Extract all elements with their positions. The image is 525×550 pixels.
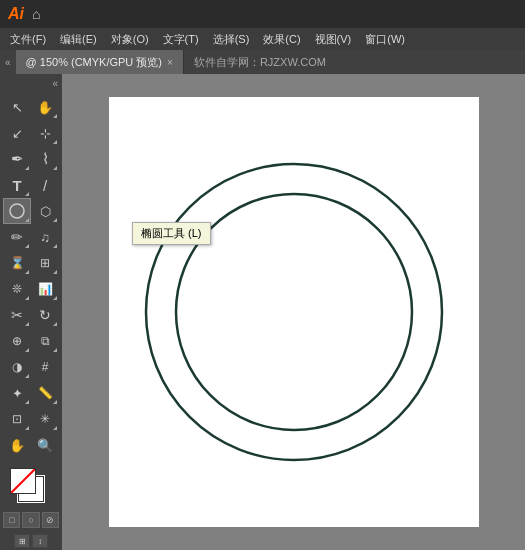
grid-tool-button[interactable]: ⊞ — [31, 250, 59, 276]
direct-select-button[interactable]: ↙ — [3, 120, 31, 146]
canvas-area[interactable]: 椭圆工具 (L) — [62, 74, 525, 550]
blend-tool-button[interactable]: ⧉ — [31, 328, 59, 354]
toolbar-collapse-button[interactable]: « — [52, 78, 58, 89]
title-bar: Ai ⌂ — [0, 0, 525, 28]
home-icon[interactable]: ⌂ — [32, 6, 40, 22]
menu-window[interactable]: 窗口(W) — [359, 30, 411, 49]
lasso-tool-button[interactable]: ⊹ — [31, 120, 59, 146]
graph-tool-button[interactable]: 📊 — [31, 276, 59, 302]
svg-point-0 — [10, 204, 24, 218]
menu-file[interactable]: 文件(F) — [4, 30, 52, 49]
website-label: 软件自学网：RJZXW.COM — [184, 55, 336, 70]
menu-text[interactable]: 文字(T) — [157, 30, 205, 49]
puppet-warp-button[interactable]: ✳ — [31, 406, 59, 432]
symbol-sprayer-button[interactable]: ❊ — [3, 276, 31, 302]
scale-tool-button[interactable]: ⊕ — [3, 328, 31, 354]
text-tool-button[interactable]: T — [3, 172, 31, 198]
active-tab[interactable]: @ 150% (CMYK/GPU 预览) × — [16, 50, 184, 74]
main-area: « ↖ ✋ ↙ ⊹ ✒ ⌇ T / ⬡ ✏ ♫ ⌛ ⊞ — [0, 74, 525, 550]
rotate-tool-button[interactable]: ↻ — [31, 302, 59, 328]
hand-tool-button[interactable]: ✋ — [3, 432, 31, 458]
artboard-tool-button[interactable]: ✋ — [31, 94, 59, 120]
circles-svg — [134, 152, 454, 472]
color-swatches — [10, 468, 52, 506]
menu-edit[interactable]: 编辑(E) — [54, 30, 103, 49]
tab-collapse-button[interactable]: « — [0, 57, 16, 68]
mode-icons-row: □ ○ ⊘ — [0, 510, 62, 530]
menu-view[interactable]: 视图(V) — [309, 30, 358, 49]
blob-brush-button[interactable]: ⌛ — [3, 250, 31, 276]
tab-close-button[interactable]: × — [167, 57, 173, 68]
tab-label: @ 150% (CMYK/GPU 预览) — [26, 55, 162, 70]
menu-object[interactable]: 对象(O) — [105, 30, 155, 49]
eraser-tool-button[interactable]: ✂ — [3, 302, 31, 328]
inside-mode-icon[interactable]: ⊘ — [42, 512, 59, 528]
normal-mode-icon[interactable]: □ — [3, 512, 20, 528]
zoom-tool-button[interactable]: 🔍 — [31, 432, 59, 458]
menu-select[interactable]: 选择(S) — [207, 30, 256, 49]
behind-mode-icon[interactable]: ○ — [22, 512, 39, 528]
gradient-tool-button[interactable]: ◑ — [3, 354, 31, 380]
color-area — [0, 464, 62, 510]
toolbar-bottom-icons: ⊞ ↕ — [0, 532, 62, 550]
eyedropper-button[interactable]: ✦ — [3, 380, 31, 406]
free-distort-button[interactable]: ⊡ — [3, 406, 31, 432]
menu-effect[interactable]: 效果(C) — [257, 30, 306, 49]
tab-bar: « @ 150% (CMYK/GPU 预览) × 软件自学网：RJZXW.COM — [0, 50, 525, 74]
svg-point-2 — [146, 164, 442, 460]
mesh-tool-button[interactable]: # — [31, 354, 59, 380]
shaper-tool-button[interactable]: ⬡ — [31, 198, 59, 224]
ai-logo: Ai — [6, 5, 26, 23]
menu-bar: 文件(F) 编辑(E) 对象(O) 文字(T) 选择(S) 效果(C) 视图(V… — [0, 28, 525, 50]
canvas-surface — [109, 97, 479, 527]
pen-tool-button[interactable]: ✒ — [3, 146, 31, 172]
brush-tool-button[interactable]: ♫ — [31, 224, 59, 250]
toggle-view-button[interactable]: ↕ — [32, 534, 48, 548]
tool-grid: ↖ ✋ ↙ ⊹ ✒ ⌇ T / ⬡ ✏ ♫ ⌛ ⊞ ❊ 📊 — [0, 92, 62, 460]
toolbar-top-row: « — [0, 74, 62, 92]
toolbar: « ↖ ✋ ↙ ⊹ ✒ ⌇ T / ⬡ ✏ ♫ ⌛ ⊞ — [0, 74, 62, 550]
svg-line-1 — [11, 469, 35, 493]
pencil-tool-button[interactable]: ✏ — [3, 224, 31, 250]
curve-tool-button[interactable]: ⌇ — [31, 146, 59, 172]
ellipse-tool-button[interactable] — [3, 198, 31, 224]
fill-color-box[interactable] — [10, 468, 36, 494]
select-tool-button[interactable]: ↖ — [3, 94, 31, 120]
change-screen-mode-button[interactable]: ⊞ — [14, 534, 30, 548]
measure-tool-button[interactable]: 📏 — [31, 380, 59, 406]
svg-point-3 — [176, 194, 412, 430]
line-tool-button[interactable]: / — [31, 172, 59, 198]
